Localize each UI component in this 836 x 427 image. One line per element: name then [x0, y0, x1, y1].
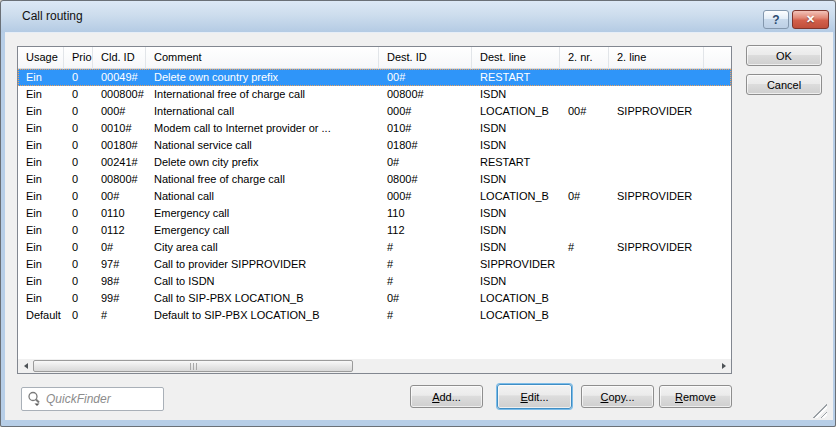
table-cell: LOCATION_B	[472, 103, 560, 120]
scroll-left-button[interactable]	[18, 359, 33, 373]
resize-grip[interactable]	[811, 403, 827, 418]
table-cell: RESTART	[472, 69, 560, 86]
add-button-label: Add...	[432, 391, 461, 403]
column-header-2-nr[interactable]: 2. nr.	[560, 47, 609, 69]
ok-button[interactable]: OK	[746, 45, 822, 66]
table-cell: SIPPROVIDER	[609, 239, 704, 256]
table-row[interactable]: Ein00#City area call#ISDN#SIPPROVIDER	[18, 239, 731, 256]
help-icon: ?	[772, 13, 779, 27]
table-cell: 0	[64, 239, 93, 256]
table-cell: 00#	[379, 69, 472, 86]
table-cell: 0	[64, 222, 93, 239]
edit-button[interactable]: Edit...	[497, 384, 572, 409]
table-row[interactable]: Ein00110Emergency call110ISDN	[18, 205, 731, 222]
table-cell: Call to provider SIPPROVIDER	[146, 256, 379, 273]
table-cell: 010#	[379, 120, 472, 137]
table-cell	[609, 171, 704, 188]
table-cell	[609, 256, 704, 273]
table-cell: 000#	[93, 103, 146, 120]
table-cell: 0112	[93, 222, 146, 239]
scroll-left-icon	[24, 363, 28, 369]
table-row[interactable]: Ein099#Call to SIP-PBX LOCATION_B0#LOCAT…	[18, 290, 731, 307]
table-cell: ISDN	[472, 137, 560, 154]
table-cell: Ein	[18, 137, 64, 154]
table-cell: #	[379, 307, 472, 324]
table-cell	[609, 86, 704, 103]
titlebar[interactable]: Call routing ? ✕	[1, 1, 835, 32]
column-header-dest-id[interactable]: Dest. ID	[379, 47, 472, 69]
table-cell	[609, 290, 704, 307]
table-cell: 99#	[93, 290, 146, 307]
column-header-usage[interactable]: Usage	[18, 47, 64, 69]
edit-button-label: Edit...	[520, 391, 548, 403]
table-cell: 0	[64, 69, 93, 86]
close-icon: ✕	[806, 13, 815, 26]
scroll-right-button[interactable]	[716, 359, 731, 373]
table-row[interactable]: Ein0000#International call000#LOCATION_B…	[18, 103, 731, 120]
table-cell	[609, 154, 704, 171]
table-row[interactable]: Ein000049#Delete own country prefix00#RE…	[18, 69, 731, 86]
table-row[interactable]: Ein0000800#International free of charge …	[18, 86, 731, 103]
table-cell: 112	[379, 222, 472, 239]
table-row[interactable]: Ein097#Call to provider SIPPROVIDER#SIPP…	[18, 256, 731, 273]
table-cell	[560, 120, 609, 137]
copy-button-label: Copy...	[600, 391, 634, 403]
table-cell: Ein	[18, 103, 64, 120]
table-cell: LOCATION_B	[472, 290, 560, 307]
column-header-cld-id[interactable]: Cld. ID	[93, 47, 146, 69]
column-header-comment[interactable]: Comment	[146, 47, 379, 69]
copy-button[interactable]: Copy...	[581, 385, 654, 408]
table-cell: 0010#	[93, 120, 146, 137]
table-row[interactable]: Default0#Default to SIP-PBX LOCATION_B#L…	[18, 307, 731, 324]
table-cell: #	[379, 239, 472, 256]
table-cell: National free of charge call	[146, 171, 379, 188]
horizontal-scrollbar[interactable]	[18, 359, 731, 373]
table-cell: Ein	[18, 239, 64, 256]
close-button[interactable]: ✕	[792, 10, 829, 29]
table-row[interactable]: Ein000180#National service call0180#ISDN	[18, 137, 731, 154]
remove-button[interactable]: Remove	[659, 385, 732, 408]
table-row[interactable]: Ein098#Call to ISDN#ISDN	[18, 273, 731, 290]
table-cell: ISDN	[472, 86, 560, 103]
table-cell: 00800#	[379, 86, 472, 103]
add-button[interactable]: Add...	[410, 385, 483, 408]
table-cell: 98#	[93, 273, 146, 290]
table-cell: Ein	[18, 69, 64, 86]
table-cell: City area call	[146, 239, 379, 256]
table-cell: ISDN	[472, 120, 560, 137]
table-row[interactable]: Ein00112Emergency call112ISDN	[18, 222, 731, 239]
table-cell: SIPPROVIDER	[609, 188, 704, 205]
column-header-dest-line[interactable]: Dest. line	[472, 47, 560, 69]
table-row[interactable]: Ein000#National call000#LOCATION_B0#SIPP…	[18, 188, 731, 205]
table-cell: ISDN	[472, 171, 560, 188]
table-cell	[560, 69, 609, 86]
table-cell: 000800#	[93, 86, 146, 103]
scrollbar-thumb[interactable]	[33, 360, 353, 372]
table-cell	[609, 69, 704, 86]
table-cell: 0	[64, 137, 93, 154]
call-routing-table: Usage Prio Cld. ID Comment Dest. ID Dest…	[17, 46, 732, 374]
table-cell: 0180#	[379, 137, 472, 154]
table-cell: 00180#	[93, 137, 146, 154]
table-cell: Emergency call	[146, 222, 379, 239]
dialog-body: Usage Prio Cld. ID Comment Dest. ID Dest…	[5, 32, 833, 420]
window-title: Call routing	[22, 9, 83, 23]
table-row[interactable]: Ein000241#Delete own city prefix0#RESTAR…	[18, 154, 731, 171]
table-cell: 0	[64, 171, 93, 188]
table-cell	[609, 120, 704, 137]
table-cell: Call to SIP-PBX LOCATION_B	[146, 290, 379, 307]
column-header-prio[interactable]: Prio	[64, 47, 93, 69]
table-cell: #	[93, 307, 146, 324]
table-cell	[560, 307, 609, 324]
column-header-2-line[interactable]: 2. line	[609, 47, 704, 69]
table-row[interactable]: Ein00010#Modem call to Internet provider…	[18, 120, 731, 137]
table-cell: ISDN	[472, 222, 560, 239]
table-cell: ISDN	[472, 205, 560, 222]
table-row[interactable]: Ein000800#National free of charge call08…	[18, 171, 731, 188]
table-cell: Default to SIP-PBX LOCATION_B	[146, 307, 379, 324]
help-button[interactable]: ?	[763, 10, 789, 29]
cancel-button[interactable]: Cancel	[746, 74, 822, 95]
table-cell: 0800#	[379, 171, 472, 188]
quickfinder-input[interactable]	[44, 390, 163, 408]
table-cell	[609, 273, 704, 290]
